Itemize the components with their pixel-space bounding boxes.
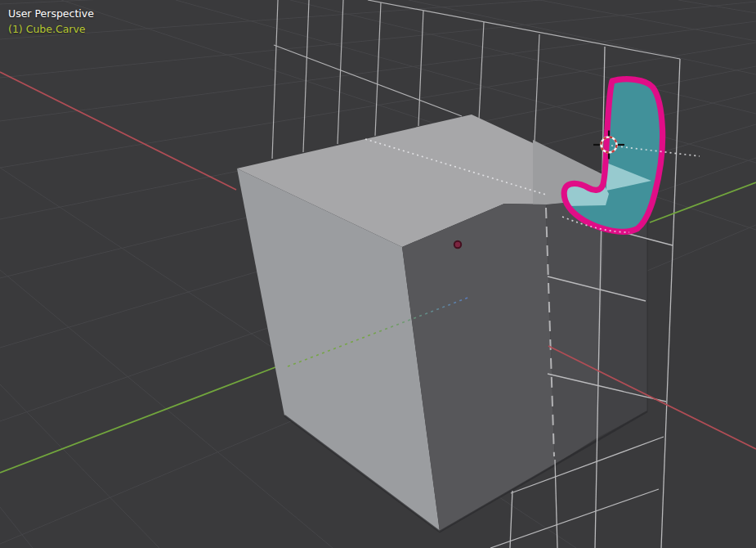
x-axis-line (0, 72, 236, 190)
object-origin-point (454, 241, 461, 248)
y-axis-line (0, 363, 286, 473)
y-axis-line-right (650, 182, 756, 222)
carve-shape[interactable] (561, 79, 663, 232)
blender-3d-viewport[interactable]: User Perspective (1) Cube.Carve (0, 0, 756, 548)
cube-right-face-mid (546, 199, 605, 465)
viewport-canvas[interactable] (0, 0, 756, 548)
cube-object[interactable] (237, 115, 647, 532)
